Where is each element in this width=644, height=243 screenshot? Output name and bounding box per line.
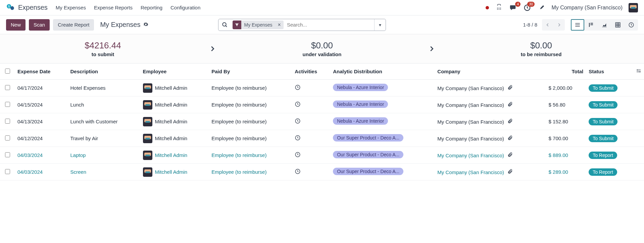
row-checkbox[interactable] xyxy=(5,102,10,107)
cell-description: Lunch with Customer xyxy=(67,113,140,130)
attachment-icon[interactable] xyxy=(507,136,513,141)
tools-icon[interactable] xyxy=(537,4,545,12)
column-adjust-icon[interactable] xyxy=(633,64,644,80)
col-total[interactable]: Total xyxy=(546,64,586,80)
col-employee[interactable]: Employee xyxy=(140,64,209,80)
view-kanban-icon[interactable] xyxy=(584,19,598,31)
pager-label: 1-8 / 8 xyxy=(523,22,537,28)
filter-chip-remove[interactable]: × xyxy=(275,22,284,28)
nav-my-expenses[interactable]: My Expenses xyxy=(56,5,86,10)
attachment-icon[interactable] xyxy=(507,119,513,125)
filter-chip: My Expenses × xyxy=(233,21,283,29)
col-paid-by[interactable]: Paid By xyxy=(209,64,292,80)
summary-to-reimburse[interactable]: $0.00 to be reimbursed xyxy=(438,40,644,57)
nav-reporting[interactable]: Reporting xyxy=(141,5,162,10)
attachment-icon[interactable] xyxy=(507,153,513,158)
employee-name: Mitchell Admin xyxy=(155,85,188,91)
search-bar: My Expenses × ▾ xyxy=(218,19,386,31)
employee-avatar xyxy=(143,134,152,143)
app-brand[interactable]: $ Expenses xyxy=(6,3,48,12)
row-checkbox[interactable] xyxy=(5,85,10,90)
svg-rect-18 xyxy=(590,24,593,25)
cell-total: $ 700.00 xyxy=(546,130,586,147)
status-badge: To Report xyxy=(589,152,617,159)
pager-buttons xyxy=(542,19,565,31)
table-row[interactable]: 04/03/2024 Screen Mitchell Admin Employe… xyxy=(0,164,644,180)
attachment-icon[interactable] xyxy=(507,102,513,108)
view-activity-icon[interactable] xyxy=(625,19,638,31)
gear-icon[interactable] xyxy=(143,21,148,29)
analytic-tag[interactable]: Our Super Product - Deco A... xyxy=(333,134,403,141)
page-title-text: My Expenses xyxy=(100,21,140,29)
view-pivot-icon[interactable] xyxy=(611,19,625,31)
analytic-tag[interactable]: Nebula - Azure Interior xyxy=(333,117,388,125)
status-badge: To Submit xyxy=(589,135,617,142)
col-date[interactable]: Expense Date xyxy=(15,64,67,80)
analytic-tag[interactable]: Our Super Product - Deco A... xyxy=(333,168,403,175)
row-checkbox[interactable] xyxy=(5,135,10,140)
recording-indicator-icon xyxy=(486,6,489,9)
col-activities[interactable]: Activities xyxy=(292,64,330,80)
pager-prev[interactable] xyxy=(542,19,553,31)
cell-description: Screen xyxy=(67,164,140,180)
search-input[interactable] xyxy=(285,22,375,28)
select-all-checkbox[interactable] xyxy=(5,69,10,74)
company-selector[interactable]: My Company (San Francisco) xyxy=(551,5,623,11)
cell-paid-by: Employee (to reimburse) xyxy=(209,80,292,96)
attachment-icon[interactable] xyxy=(507,85,513,91)
nav-configuration[interactable]: Configuration xyxy=(170,5,200,10)
chevron-right-icon xyxy=(206,45,219,52)
view-graph-icon[interactable] xyxy=(598,19,611,31)
cell-activity[interactable] xyxy=(292,164,330,180)
cell-activity[interactable] xyxy=(292,130,330,147)
row-checkbox[interactable] xyxy=(5,152,10,157)
cell-activity[interactable] xyxy=(292,96,330,113)
row-checkbox[interactable] xyxy=(5,169,10,174)
table-row[interactable]: 04/03/2024 Laptop Mitchell Admin Employe… xyxy=(0,147,644,164)
row-checkbox[interactable] xyxy=(5,119,10,124)
analytic-tag[interactable]: Nebula - Azure Interior xyxy=(333,84,388,91)
search-options-dropdown[interactable]: ▾ xyxy=(374,19,386,31)
nav-links: My Expenses Expense Reports Reporting Co… xyxy=(56,5,200,10)
pager-next[interactable] xyxy=(553,19,565,31)
col-status[interactable]: Status xyxy=(586,64,633,80)
activities-icon[interactable]: 30 xyxy=(523,4,531,12)
user-avatar[interactable] xyxy=(629,3,638,12)
cell-activity[interactable] xyxy=(292,147,330,164)
cell-paid-by: Employee (to reimburse) xyxy=(209,113,292,130)
analytic-tag[interactable]: Nebula - Azure Interior xyxy=(333,100,388,108)
cell-paid-by: Employee (to reimburse) xyxy=(209,164,292,180)
col-company[interactable]: Company xyxy=(435,64,546,80)
employee-name: Mitchell Admin xyxy=(155,152,188,158)
cell-total: $ 289.00 xyxy=(546,164,586,180)
analytic-tag[interactable]: Our Super Product - Deco A... xyxy=(333,151,403,158)
cell-employee: Mitchell Admin xyxy=(140,113,209,130)
summary-under-validation[interactable]: $0.00 under validation xyxy=(219,40,425,57)
expenses-app-icon: $ xyxy=(6,3,15,12)
cell-company: My Company (San Francisco) xyxy=(435,164,546,180)
dialpad-icon[interactable] xyxy=(495,4,503,12)
col-description[interactable]: Description xyxy=(67,64,140,80)
new-button[interactable]: New xyxy=(6,19,26,31)
summary-to-submit[interactable]: $4216.44 to submit xyxy=(0,40,206,57)
svg-point-5 xyxy=(499,7,499,8)
cell-analytic: Our Super Product - Deco A... xyxy=(330,147,435,164)
table-row[interactable]: 04/12/2024 Travel by Air Mitchell Admin … xyxy=(0,130,644,147)
messages-icon[interactable]: 4 xyxy=(509,4,517,12)
search-icon[interactable] xyxy=(218,22,231,28)
table-row[interactable]: 04/13/2024 Lunch with Customer Mitchell … xyxy=(0,113,644,130)
scan-button[interactable]: Scan xyxy=(29,19,50,31)
cell-activity[interactable] xyxy=(292,80,330,96)
view-list-icon[interactable] xyxy=(571,19,584,31)
table-row[interactable]: 04/17/2024 Hotel Expenses Mitchell Admin… xyxy=(0,80,644,96)
create-report-button[interactable]: Create Report xyxy=(53,19,94,31)
cell-employee: Mitchell Admin xyxy=(140,130,209,147)
nav-expense-reports[interactable]: Expense Reports xyxy=(94,5,133,10)
cell-activity[interactable] xyxy=(292,113,330,130)
attachment-icon[interactable] xyxy=(507,169,513,175)
col-analytic[interactable]: Analytic Distribution xyxy=(330,64,435,80)
svg-rect-16 xyxy=(589,23,590,27)
cell-status: To Submit xyxy=(586,113,633,130)
clock-icon xyxy=(295,170,301,175)
table-row[interactable]: 04/15/2024 Lunch Mitchell Admin Employee… xyxy=(0,96,644,113)
